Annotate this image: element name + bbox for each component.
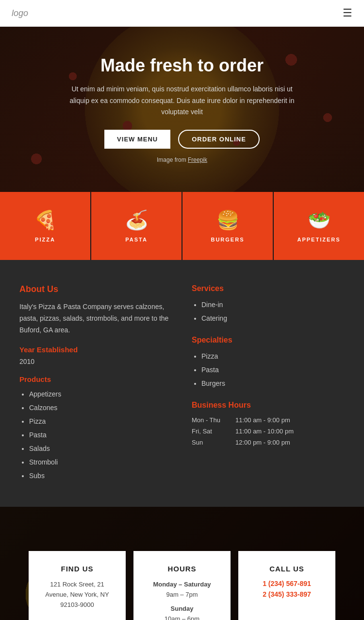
products-heading: Products xyxy=(19,375,172,383)
list-item: Pizza xyxy=(29,414,172,428)
categories-bar: 🍕 PIZZA 🍝 PASTA 🍔 BURGERS 🥗 APPETIZERS xyxy=(0,192,364,260)
phone2-link[interactable]: 2 (345) 333-897 xyxy=(248,590,326,598)
hero-buttons: VIEW MENU ORDER ONLINE xyxy=(66,130,298,149)
order-online-button[interactable]: ORDER ONLINE xyxy=(178,130,260,149)
hours-days: Mon - Thu xyxy=(192,414,235,426)
category-pizza-label: PIZZA xyxy=(35,237,55,242)
call-us-card: CALL US 1 (234) 567-891 2 (345) 333-897 xyxy=(238,551,335,620)
phone1-link[interactable]: 1 (234) 567-891 xyxy=(248,580,326,587)
category-burgers[interactable]: 🍔 BURGERS xyxy=(182,192,274,260)
list-item: Pasta xyxy=(29,428,172,442)
hours-time: 11:00 am - 10:00 pm xyxy=(235,426,345,437)
pizza-icon: 🍕 xyxy=(34,209,57,231)
specialties-list: Pizza Pasta Burgers xyxy=(192,349,345,390)
list-item: Burgers xyxy=(201,377,345,390)
find-us-address: 121 Rock Sreet, 21 Avenue, New York, NY … xyxy=(38,580,116,610)
table-row: Mon - Thu 11:00 am - 9:00 pm xyxy=(192,414,345,426)
hero-description: Ut enim ad minim veniam, quis nostrud ex… xyxy=(66,84,298,118)
info-cards: FIND US 121 Rock Sreet, 21 Avenue, New Y… xyxy=(19,551,345,620)
category-pasta-label: PASTA xyxy=(125,237,148,242)
freepik-link[interactable]: Freepik xyxy=(188,156,207,163)
category-pasta[interactable]: 🍝 PASTA xyxy=(91,192,182,260)
header: logo ☰ xyxy=(0,0,364,27)
hero-content: Made fresh to order Ut enim ad minim ven… xyxy=(66,55,298,163)
find-us-title: FIND US xyxy=(38,565,116,573)
hamburger-menu-icon[interactable]: ☰ xyxy=(343,7,352,19)
logo: logo xyxy=(12,8,28,18)
hero-image-credit: Image from Freepik xyxy=(66,156,298,163)
products-list: Appetizers Calzones Pizza Pasta Salads S… xyxy=(19,387,172,482)
list-item: Pasta xyxy=(201,363,345,377)
hours-card: HOURS Monday – Saturday 9am – 7pm Sunday… xyxy=(133,551,231,620)
weekday-label: Monday – Saturday xyxy=(143,580,221,590)
hero-title: Made fresh to order xyxy=(66,55,298,76)
list-item: Dine-in xyxy=(201,298,345,311)
list-item: Calzones xyxy=(29,401,172,414)
weekday-hours: 9am – 7pm xyxy=(143,590,221,600)
about-right-column: Services Dine-in Catering Specialties Pi… xyxy=(192,284,345,482)
category-appetizers-label: APPETIZERS xyxy=(297,237,340,242)
list-item: Salads xyxy=(29,442,172,455)
hero-section: Made fresh to order Ut enim ad minim ven… xyxy=(0,27,364,192)
weekend-hours: 10am – 6pm xyxy=(143,614,221,620)
list-item: Subs xyxy=(29,469,172,482)
call-us-title: CALL US xyxy=(248,565,326,573)
about-description: Italy's Pizza & Pasta Company serves cal… xyxy=(19,301,172,336)
table-row: Sun 12:00 pm - 9:00 pm xyxy=(192,437,345,448)
hours-table: Mon - Thu 11:00 am - 9:00 pm Fri, Sat 11… xyxy=(192,414,345,448)
find-us-card: FIND US 121 Rock Sreet, 21 Avenue, New Y… xyxy=(29,551,126,620)
hero2-section: FIND US 121 Rock Sreet, 21 Avenue, New Y… xyxy=(0,507,364,620)
list-item: Appetizers xyxy=(29,387,172,401)
about-left-column: About Us Italy's Pizza & Pasta Company s… xyxy=(19,284,172,482)
hours-days: Fri, Sat xyxy=(192,426,235,437)
services-list: Dine-in Catering xyxy=(192,298,345,325)
category-pizza[interactable]: 🍕 PIZZA xyxy=(0,192,91,260)
category-appetizers[interactable]: 🥗 APPETIZERS xyxy=(274,192,364,260)
weekend-label: Sunday xyxy=(143,604,221,614)
appetizers-icon: 🥗 xyxy=(308,209,331,231)
pasta-icon: 🍝 xyxy=(125,209,148,231)
burger-icon: 🍔 xyxy=(216,209,239,231)
hours-days: Sun xyxy=(192,437,235,448)
list-item: Stromboli xyxy=(29,455,172,469)
hours-time: 11:00 am - 9:00 pm xyxy=(235,414,345,426)
services-heading: Services xyxy=(192,284,345,293)
hours-card-title: HOURS xyxy=(143,565,221,573)
specialties-heading: Specialties xyxy=(192,336,345,344)
year-established-heading: Year Established xyxy=(19,345,172,354)
about-section: About Us Italy's Pizza & Pasta Company s… xyxy=(0,260,364,507)
table-row: Fri, Sat 11:00 am - 10:00 pm xyxy=(192,426,345,437)
business-hours-heading: Business Hours xyxy=(192,401,345,410)
hours-weekday: Monday – Saturday 9am – 7pm Sunday 10am … xyxy=(143,580,221,620)
view-menu-button[interactable]: VIEW MENU xyxy=(104,130,170,149)
list-item: Catering xyxy=(201,311,345,325)
list-item: Pizza xyxy=(201,349,345,363)
hours-time: 12:00 pm - 9:00 pm xyxy=(235,437,345,448)
year-established-value: 2010 xyxy=(19,358,172,365)
about-heading: About Us xyxy=(19,284,172,294)
category-burgers-label: BURGERS xyxy=(211,237,244,242)
